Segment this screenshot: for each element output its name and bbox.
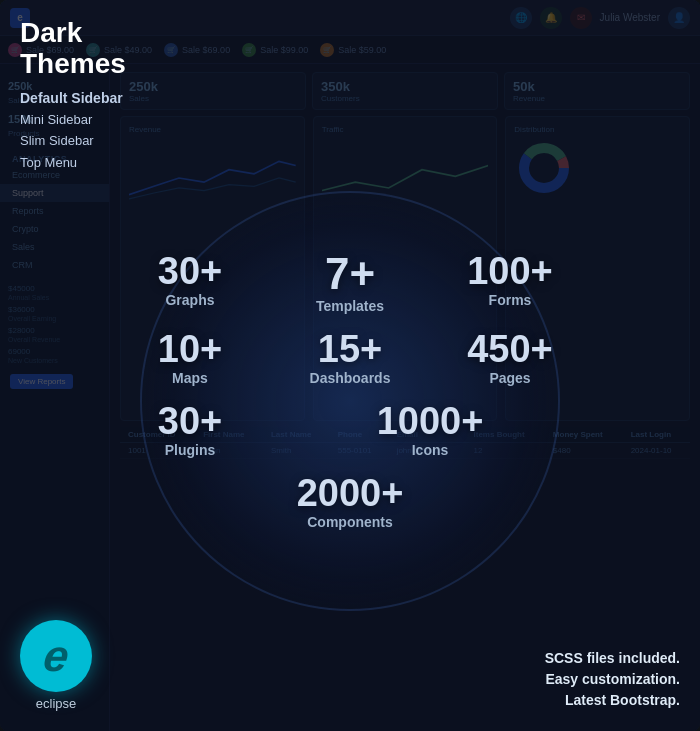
stat-plugins-number: 30+ (122, 402, 258, 440)
stat-icons-label: Icons (282, 442, 578, 458)
overlay: Dark Themes Default Sidebar Mini Sidebar… (0, 0, 700, 731)
stat-maps: 10+ Maps (110, 322, 270, 394)
stat-maps-number: 10+ (122, 330, 258, 368)
eclipse-brand-name: eclipse (36, 696, 76, 711)
eclipse-circle-icon: e (20, 620, 92, 692)
stat-pages-label: Pages (442, 370, 578, 386)
stat-pages: 450+ Pages (430, 322, 590, 394)
eclipse-e-letter: e (41, 634, 72, 678)
stat-components: 2000+ Components (110, 466, 590, 538)
menu-item-top-menu[interactable]: Top Menu (20, 153, 180, 173)
tagline-line-3: Latest Bootstrap. (545, 690, 680, 711)
stat-dashboards-number: 15+ (282, 330, 418, 368)
stat-forms-number: 100+ (442, 252, 578, 290)
stat-icons: 1000+ Icons (270, 394, 590, 466)
stat-graphs: 30+ Graphs (110, 244, 270, 322)
stat-graphs-label: Graphs (122, 292, 258, 308)
overlay-tagline: SCSS files included. Easy customization.… (545, 648, 680, 711)
overlay-bottom: e eclipse SCSS files included. Easy cust… (0, 620, 700, 731)
stat-dashboards: 15+ Dashboards (270, 322, 430, 394)
tagline-line-2: Easy customization. (545, 669, 680, 690)
stat-components-label: Components (122, 514, 578, 530)
menu-item-slim-sidebar[interactable]: Slim Sidebar (20, 131, 180, 151)
overlay-center: 30+ Graphs 7+ Templates 100+ Forms 10+ M… (0, 183, 700, 620)
stat-plugins: 30+ Plugins (110, 394, 270, 466)
tagline-line-1: SCSS files included. (545, 648, 680, 669)
stat-icons-number: 1000+ (282, 402, 578, 440)
menu-item-mini-sidebar[interactable]: Mini Sidebar (20, 110, 180, 130)
stat-templates-label: Templates (282, 298, 418, 314)
overlay-title: Dark Themes (20, 18, 180, 80)
stat-dashboards-label: Dashboards (282, 370, 418, 386)
stats-grid: 30+ Graphs 7+ Templates 100+ Forms 10+ M… (110, 244, 590, 538)
stat-templates-number: 7+ (282, 252, 418, 296)
stat-pages-number: 450+ (442, 330, 578, 368)
overlay-menu: Default Sidebar Mini Sidebar Slim Sideba… (20, 88, 180, 173)
stat-forms: 100+ Forms (430, 244, 590, 322)
stat-maps-label: Maps (122, 370, 258, 386)
overlay-top: Dark Themes Default Sidebar Mini Sidebar… (0, 0, 700, 183)
stat-plugins-label: Plugins (122, 442, 258, 458)
stat-templates: 7+ Templates (270, 244, 430, 322)
eclipse-logo: e eclipse (20, 620, 92, 711)
stat-graphs-number: 30+ (122, 252, 258, 290)
menu-item-default-sidebar[interactable]: Default Sidebar (20, 88, 180, 110)
app-wrapper: e 🌐 🔔 ✉ Julia Webster 👤 🛒 Sale $69.00 🛒 … (0, 0, 700, 731)
stat-forms-label: Forms (442, 292, 578, 308)
stat-components-number: 2000+ (122, 474, 578, 512)
overlay-left: Dark Themes Default Sidebar Mini Sidebar… (20, 18, 180, 173)
